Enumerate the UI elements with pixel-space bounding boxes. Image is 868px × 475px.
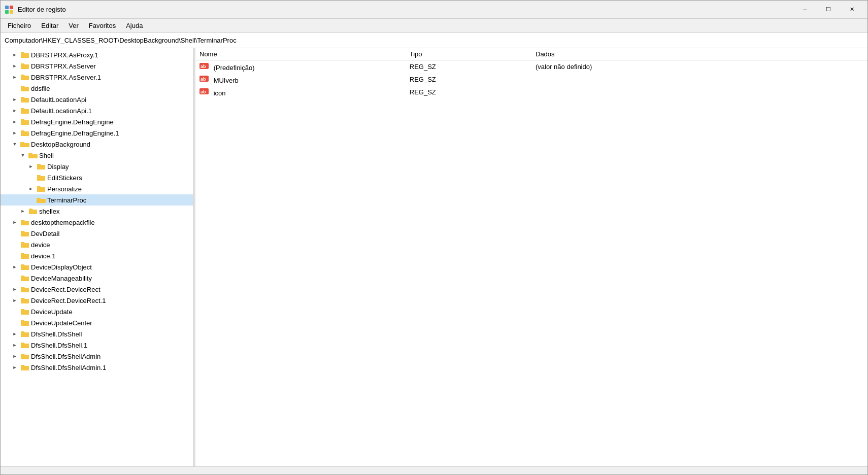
- tree-item-devicemanageability[interactable]: ► DeviceManageability: [1, 273, 193, 284]
- svg-text:ab: ab: [201, 89, 206, 94]
- expand-icon[interactable]: ►: [27, 162, 35, 171]
- tree-item-desktopthemepackfile[interactable]: ► desktopthemepackfile: [1, 217, 193, 228]
- expand-icon[interactable]: ►: [11, 341, 19, 349]
- tree-label: DBRSTPRX.AsServer.1: [31, 74, 101, 81]
- folder-icon: [20, 263, 29, 271]
- tree-item-defragengine[interactable]: ► DefragEngine.DefragEngine: [1, 116, 193, 127]
- expand-icon[interactable]: ▼: [11, 140, 19, 148]
- expand-icon[interactable]: ►: [11, 263, 19, 271]
- tree-item-defaultlocationapi1[interactable]: ► DefaultLocationApi.1: [1, 105, 193, 116]
- menu-ajuda[interactable]: Ajuda: [121, 20, 148, 31]
- expand-icon[interactable]: ►: [11, 95, 19, 104]
- tree-item-ddsfile[interactable]: ► ddsfile: [1, 83, 193, 94]
- folder-icon: [20, 296, 29, 304]
- horizontal-scrollbar[interactable]: [1, 466, 867, 474]
- folder-icon: [20, 95, 29, 104]
- table-row[interactable]: ab MUIverb REG_SZ: [195, 73, 867, 86]
- tree-item-dbrstprx-asproxy1[interactable]: ► DBRSTPRX.AsProxy.1: [1, 49, 193, 60]
- folder-icon: [20, 308, 29, 316]
- tree-item-shell[interactable]: ▼ Shell: [1, 150, 193, 161]
- expand-icon[interactable]: ►: [11, 73, 19, 81]
- folder-icon: [20, 129, 29, 137]
- table-row[interactable]: ab icon REG_SZ: [195, 86, 867, 98]
- tree-item-deviceupdatecenter[interactable]: ► DeviceUpdateCenter: [1, 317, 193, 328]
- folder-icon: [28, 207, 38, 215]
- title-bar: Editor de registo ─ ☐ ✕: [1, 1, 867, 19]
- registry-editor-window: Editor de registo ─ ☐ ✕ Ficheiro Editar …: [0, 0, 868, 475]
- tree-item-devicerect[interactable]: ► DeviceRect.DeviceRect: [1, 284, 193, 295]
- tree-item-dbrstprx-asserver[interactable]: ► DBRSTPRX.AsServer: [1, 60, 193, 72]
- expand-icon[interactable]: ►: [27, 185, 35, 193]
- tree-label: DefaultLocationApi.1: [31, 107, 92, 115]
- tree-label: DefragEngine.DefragEngine.1: [31, 129, 119, 137]
- tree-panel[interactable]: ► DBRSTPRX.AsProxy.1 ► DBRSTPRX.AsServer…: [1, 48, 193, 466]
- expand-icon[interactable]: ►: [11, 62, 19, 70]
- window-title: Editor de registo: [18, 6, 793, 13]
- registry-type: REG_SZ: [406, 60, 531, 74]
- expand-icon[interactable]: ►: [11, 129, 19, 137]
- tree-label: Shell: [39, 152, 54, 159]
- tree-item-device[interactable]: ► device: [1, 239, 193, 250]
- expand-icon[interactable]: ▼: [19, 151, 27, 159]
- tree-item-dfsshell-admin1[interactable]: ► DfsShell.DfsShellAdmin.1: [1, 362, 193, 373]
- table-row[interactable]: ab (Predefinição) REG_SZ (valor não defi…: [195, 60, 867, 74]
- tree-item-devdetail[interactable]: ► DevDetail: [1, 228, 193, 239]
- svg-text:ab: ab: [201, 64, 206, 69]
- menu-favoritos[interactable]: Favoritos: [84, 20, 121, 31]
- menu-ver[interactable]: Ver: [63, 20, 84, 31]
- folder-icon: [20, 241, 29, 249]
- tree-item-terminarproc[interactable]: ► TerminarProc: [1, 194, 193, 206]
- expand-icon[interactable]: ►: [11, 51, 19, 59]
- ab-icon: ab: [199, 87, 210, 95]
- menu-ficheiro[interactable]: Ficheiro: [3, 20, 36, 31]
- folder-icon: [20, 84, 29, 92]
- tree-label: DeviceDisplayObject: [31, 263, 92, 271]
- ab-icon: ab: [199, 62, 210, 70]
- tree-item-editstickers[interactable]: ► EditStickers: [1, 172, 193, 183]
- minimize-button[interactable]: ─: [793, 2, 817, 17]
- tree-item-devicedisplayobject[interactable]: ► DeviceDisplayObject: [1, 261, 193, 273]
- tree-item-device1[interactable]: ► device.1: [1, 250, 193, 261]
- expand-icon[interactable]: ►: [11, 285, 19, 293]
- registry-data: (valor não definido): [531, 60, 867, 74]
- folder-icon: [28, 151, 38, 159]
- registry-type: REG_SZ: [406, 73, 531, 86]
- close-button[interactable]: ✕: [840, 2, 863, 17]
- expand-icon[interactable]: ►: [11, 363, 19, 371]
- content-area: ► DBRSTPRX.AsProxy.1 ► DBRSTPRX.AsServer…: [1, 48, 867, 466]
- tree-item-dfsshell[interactable]: ► DfsShell.DfsShell: [1, 328, 193, 340]
- tree-item-shellex[interactable]: ► shellex: [1, 206, 193, 217]
- folder-icon: [20, 62, 29, 70]
- maximize-button[interactable]: ☐: [817, 2, 840, 17]
- registry-name: ab icon: [195, 86, 406, 98]
- expand-icon[interactable]: ►: [11, 330, 19, 338]
- tree-item-dbrstprx-asserver1[interactable]: ► DBRSTPRX.AsServer.1: [1, 72, 193, 83]
- tree-item-deviceupdate[interactable]: ► DeviceUpdate: [1, 306, 193, 317]
- tree-item-desktopbackground[interactable]: ▼ DesktopBackground: [1, 139, 193, 150]
- folder-icon: [37, 162, 46, 171]
- expand-icon[interactable]: ►: [11, 218, 19, 226]
- expand-icon[interactable]: ►: [11, 296, 19, 304]
- expand-icon[interactable]: ►: [11, 352, 19, 360]
- folder-icon: [20, 218, 29, 226]
- folder-icon: [20, 363, 29, 371]
- expand-icon[interactable]: ►: [11, 118, 19, 126]
- svg-rect-0: [5, 6, 9, 9]
- menu-editar[interactable]: Editar: [36, 20, 63, 31]
- registry-data: [531, 73, 867, 86]
- svg-rect-3: [10, 10, 13, 14]
- registry-type: REG_SZ: [406, 86, 531, 98]
- tree-item-dfsshell-admin[interactable]: ► DfsShell.DfsShellAdmin: [1, 351, 193, 362]
- tree-item-defragengine1[interactable]: ► DefragEngine.DefragEngine.1: [1, 127, 193, 139]
- tree-item-display[interactable]: ► Display: [1, 161, 193, 172]
- tree-item-defaultlocationapi[interactable]: ► DefaultLocationApi: [1, 94, 193, 105]
- tree-item-dfsshell1[interactable]: ► DfsShell.DfsShell.1: [1, 340, 193, 351]
- expand-icon[interactable]: ►: [19, 207, 27, 215]
- tree-label: DesktopBackground: [31, 141, 90, 148]
- tree-item-personalize[interactable]: ► Personalize: [1, 183, 193, 194]
- expand-icon[interactable]: ►: [11, 107, 19, 115]
- folder-icon: [20, 285, 29, 293]
- tree-label: DeviceRect.DeviceRect: [31, 286, 101, 293]
- registry-name: ab MUIverb: [195, 73, 406, 86]
- tree-item-devicerect1[interactable]: ► DeviceRect.DeviceRect.1: [1, 295, 193, 306]
